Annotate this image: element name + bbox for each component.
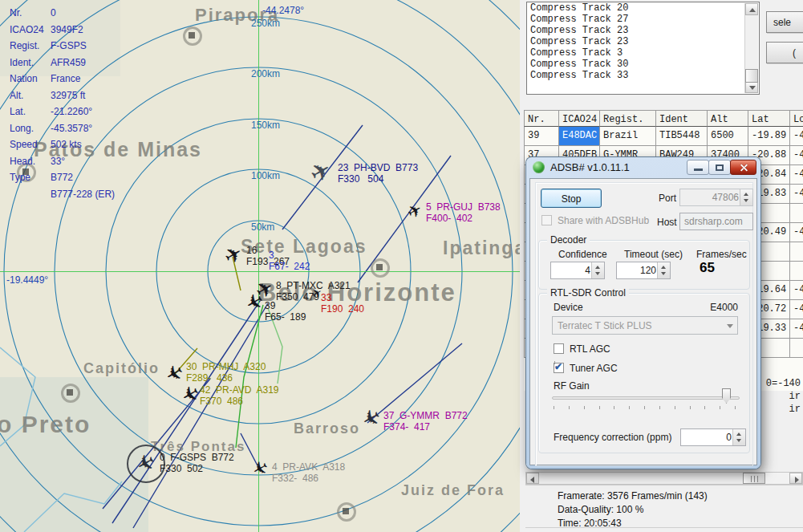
info-label: Regist. — [10, 40, 51, 51]
share-adsbhub-checkbox[interactable] — [541, 215, 552, 225]
table-header-cell: Alt — [708, 110, 748, 127]
info-label: ICAO24 — [10, 24, 51, 35]
info-value: -21.2260° — [51, 106, 92, 117]
table-cell: -19.89 — [748, 127, 790, 146]
share-adsbhub-label: Share with ADSBHub — [558, 215, 649, 226]
slider-tick — [659, 406, 660, 409]
chevron-down-icon — [727, 324, 733, 328]
table-cell: -44 — [790, 165, 803, 185]
table-header-cell: Ident — [656, 110, 708, 127]
frequency-correction-spinner[interactable]: 0 — [680, 428, 746, 446]
scroll-down-button[interactable] — [745, 81, 758, 93]
info-value: AFR459 — [51, 57, 86, 68]
frequency-correction-value: 0 — [726, 432, 732, 443]
grip-icon — [757, 476, 758, 482]
info-type-extra: B777-228 (ER) — [51, 186, 115, 203]
map-place-name: Capitólio — [83, 360, 160, 377]
status-lines: Framerate: 3576 Frames/min (143)Data-Qua… — [525, 489, 803, 530]
info-value: F-GSPS — [51, 40, 87, 51]
map-marker-icon — [371, 258, 390, 278]
rtl-agc-checkbox[interactable] — [554, 343, 564, 354]
table-cell: 6500 — [708, 127, 748, 146]
tuner-agc-checkbox[interactable]: ✔ — [554, 363, 564, 373]
longitude-label: -44.2478° — [262, 5, 304, 16]
scrollbar-thumb[interactable] — [745, 69, 758, 83]
listbox-vertical-scrollbar[interactable] — [744, 3, 758, 93]
table-header-cell: Lon — [790, 110, 803, 127]
arrow-down-icon — [749, 86, 756, 90]
info-label: Ident. — [10, 57, 51, 68]
table-row[interactable]: 39E48DACBrazilTIB54486500-19.89-4 — [524, 127, 803, 146]
range-ring-label: 250km — [251, 18, 280, 29]
compress-track-item: Compress Track 27 — [527, 14, 759, 25]
scrollbar-thumb[interactable] — [743, 473, 765, 484]
spinner-arrows[interactable] — [740, 189, 752, 205]
slider-tick — [735, 406, 736, 409]
arrow-right-icon — [795, 477, 799, 483]
table-horizontal-scrollbar[interactable] — [525, 472, 803, 485]
map-place-name: Barroso — [294, 420, 360, 437]
range-ring-label: 100km — [251, 170, 280, 181]
table-cell — [790, 262, 803, 281]
device-combobox[interactable]: Terratec T Stick PLUS — [552, 316, 738, 335]
side-button[interactable]: sele — [766, 11, 803, 33]
map-marker-icon — [183, 26, 202, 46]
info-value: B772 — [51, 172, 73, 183]
side-button[interactable]: ( — [766, 42, 803, 63]
maximize-icon — [716, 164, 724, 171]
compress-track-item: Compress Track 23 — [527, 36, 759, 47]
table-cell: -44 — [790, 319, 803, 339]
table-header-cell: ICAO24 — [559, 110, 600, 127]
info-label: Lat. — [10, 106, 51, 117]
host-input[interactable]: sdrsharp.com — [679, 213, 753, 230]
rtl-sdr-group-label: RTL-SDR Control — [547, 287, 629, 298]
scroll-right-button[interactable] — [789, 473, 802, 484]
spinner-arrows[interactable] — [657, 262, 670, 278]
timeout-spinner[interactable]: 120 — [616, 262, 671, 279]
port-spinner[interactable]: 47806 — [679, 189, 753, 206]
info-label: Speed — [10, 139, 51, 150]
scroll-up-button[interactable] — [745, 3, 758, 15]
confidence-label: Confidence — [558, 249, 607, 260]
info-value: -45.3578° — [51, 123, 92, 134]
stop-button[interactable]: Stop — [541, 189, 602, 208]
device-type-value: E4000 — [710, 302, 738, 313]
arrow-up-icon — [736, 433, 741, 436]
device-label: Device — [554, 302, 583, 313]
radar-map[interactable]: PiraporaPatos de MinasSete LagoasIpating… — [0, 0, 520, 532]
map-place-name: o Preto — [0, 411, 91, 438]
info-row: TypeB772 — [10, 169, 115, 186]
status-line: Framerate: 3576 Frames/min (143) — [558, 489, 803, 503]
latitude-label: -19.4449° — [6, 274, 48, 286]
info-label: Nation — [10, 73, 51, 84]
maximize-button[interactable] — [708, 160, 731, 175]
spinner-arrows[interactable] — [591, 262, 604, 278]
compress-track-listbox[interactable]: Compress Track 20Compress Track 27Compre… — [526, 2, 760, 95]
aircraft-label: 0 F-GSPS B772 F330 502 — [160, 452, 234, 474]
table-cell: TIB5448 — [656, 127, 708, 146]
slider-tick — [629, 406, 630, 409]
flight-trail — [133, 303, 268, 528]
table-cell — [790, 339, 803, 358]
confidence-value: 4 — [585, 265, 590, 276]
rtl-sdr-group: RTL-SDR Control Device E4000 Terratec T … — [538, 293, 750, 453]
info-row: Long.-45.3578° — [10, 120, 115, 137]
info-row: Regist.F-GSPS — [10, 38, 115, 55]
scroll-left-button[interactable] — [526, 473, 539, 484]
spinner-arrows[interactable] — [732, 429, 745, 445]
table-cell: -45 — [790, 223, 803, 242]
confidence-spinner[interactable]: 4 — [550, 262, 605, 279]
timeout-label: Timeout (sec) — [624, 249, 683, 260]
table-cell: -43 — [790, 146, 803, 165]
compress-track-item: Compress Track 30 — [527, 59, 759, 70]
rf-gain-slider-track[interactable] — [552, 396, 740, 400]
rf-gain-slider-thumb[interactable] — [722, 388, 731, 404]
adsb-sharp-dialog[interactable]: ADSB# v1.0.11.1 Stop Port 47806 Share wi… — [526, 157, 760, 469]
table-cell: Brazil — [600, 127, 656, 146]
close-button[interactable] — [730, 160, 756, 175]
minimize-button[interactable] — [687, 160, 709, 175]
rf-gain-label: RF Gain — [554, 380, 590, 392]
table-header-cell: Regist. — [600, 110, 656, 127]
compress-track-items: Compress Track 20Compress Track 27Compre… — [527, 2, 759, 81]
arrow-down-icon — [736, 439, 741, 442]
